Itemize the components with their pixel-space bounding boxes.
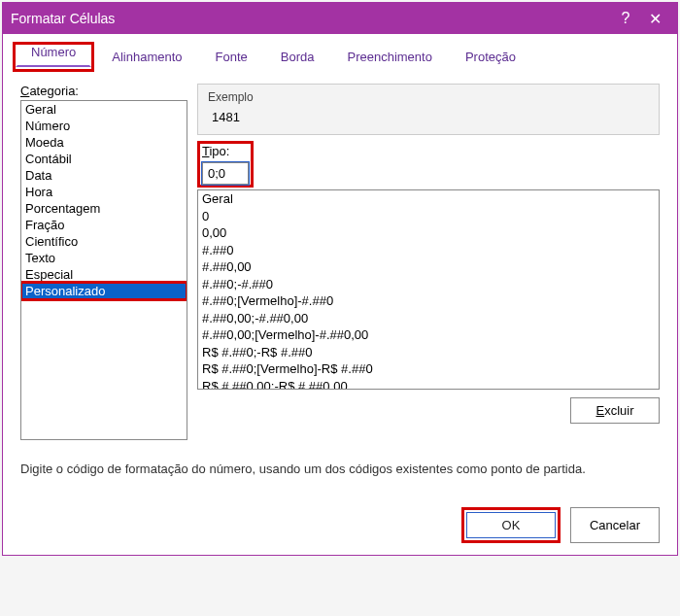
list-item[interactable]: Texto (21, 250, 187, 266)
format-cells-dialog: Formatar Células ? ✕ Número Alinhamento … (2, 2, 678, 556)
list-item[interactable]: #.##0,00 (198, 258, 659, 276)
tipo-label: Tipo: (202, 144, 229, 158)
tab-borda[interactable]: Borda (265, 42, 330, 72)
list-item[interactable]: Fração (21, 217, 187, 233)
list-item[interactable]: Data (21, 167, 187, 184)
excluir-button[interactable]: Excluir (570, 397, 660, 424)
close-icon[interactable]: ✕ (640, 10, 669, 28)
list-item[interactable]: R$ #.##0,00;-R$ #.##0,00 (198, 378, 659, 390)
exemplo-label: Exemplo (208, 90, 649, 104)
exemplo-value: 1481 (208, 104, 649, 124)
list-item[interactable]: 0,00 (198, 224, 659, 242)
list-item[interactable]: Geral (198, 190, 659, 208)
list-item[interactable]: #.##0 (198, 242, 659, 259)
list-item[interactable]: Porcentagem (21, 200, 187, 217)
list-item[interactable]: R$ #.##0;-R$ #.##0 (198, 344, 659, 361)
tab-preenchimento[interactable]: Preenchimento (331, 42, 447, 72)
tab-protecao[interactable]: Proteção (450, 42, 531, 72)
help-icon[interactable]: ? (611, 10, 640, 27)
example-box: Exemplo 1481 (197, 84, 660, 135)
list-item[interactable]: #.##0,00;-#.##0,00 (198, 310, 659, 327)
list-item[interactable]: Contábil (21, 151, 187, 167)
list-item[interactable]: Científico (21, 233, 187, 250)
list-item[interactable]: Hora (21, 184, 187, 200)
cancel-button[interactable]: Cancelar (570, 507, 660, 543)
tab-fonte[interactable]: Fonte (200, 42, 263, 72)
window-title: Formatar Células (11, 11, 611, 26)
list-item[interactable]: R$ #.##0;[Vermelho]-R$ #.##0 (198, 360, 659, 378)
list-item[interactable]: #.##0,00;[Vermelho]-#.##0,00 (198, 326, 659, 344)
list-item[interactable]: Número (21, 118, 187, 134)
list-item[interactable]: #.##0;-#.##0 (198, 276, 659, 293)
list-item[interactable]: Moeda (21, 134, 187, 151)
tipo-input[interactable] (202, 162, 249, 185)
format-listbox[interactable]: Geral 0 0,00 #.##0 #.##0,00 #.##0;-#.##0… (197, 189, 660, 390)
tab-numero[interactable]: Número (16, 37, 91, 67)
tab-alinhamento[interactable]: Alinhamento (96, 42, 197, 72)
tabs-bar: Número Alinhamento Fonte Borda Preenchim… (3, 34, 677, 72)
list-item[interactable]: 0 (198, 208, 659, 225)
list-item-personalizado[interactable]: Personalizado (21, 283, 187, 299)
ok-button[interactable]: OK (466, 512, 556, 538)
list-item[interactable]: Especial (21, 266, 187, 283)
categoria-label: Categoria: (20, 84, 79, 98)
category-listbox[interactable]: Geral Número Moeda Contábil Data Hora Po… (20, 100, 187, 440)
hint-text: Digite o código de formatação do número,… (20, 462, 660, 476)
list-item[interactable]: #.##0;[Vermelho]-#.##0 (198, 292, 659, 310)
list-item[interactable]: Geral (21, 101, 187, 118)
titlebar: Formatar Células ? ✕ (3, 3, 677, 34)
